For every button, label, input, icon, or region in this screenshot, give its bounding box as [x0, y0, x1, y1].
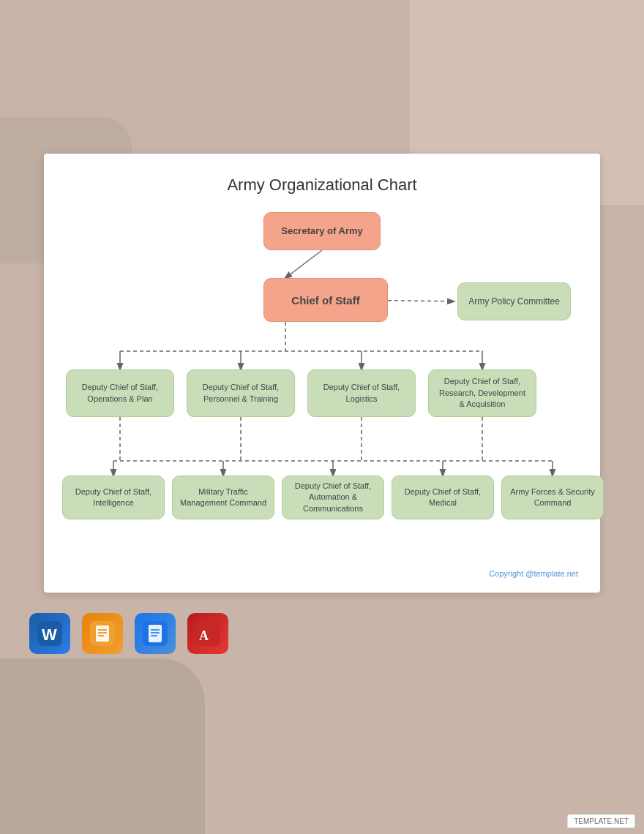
copyright: Copyright @template.net [59, 569, 585, 578]
node-intel: Deputy Chief of Staff, Intelligence [62, 476, 165, 519]
svg-line-0 [285, 250, 322, 278]
node-policy: Army Policy Committee [457, 282, 571, 320]
pages-icon[interactable] [82, 613, 123, 654]
node-forces: Army Forces & Security Command [501, 476, 604, 519]
footer-icons: W A [29, 613, 228, 654]
node-automation: Deputy Chief of Staff, Automation & Comm… [282, 476, 384, 519]
chart-title: Army Organizational Chart [59, 176, 585, 195]
docs-icon[interactable] [135, 613, 176, 654]
node-secretary: Secretary of Army [263, 212, 381, 250]
node-chief: Chief of Staff [263, 278, 388, 322]
node-research: Deputy Chief of Staff, Research, Develop… [428, 369, 536, 417]
node-ops: Deputy Chief of Staff, Operations & Plan [66, 369, 174, 417]
node-logistics: Deputy Chief of Staff, Logistics [307, 369, 416, 417]
node-medical: Deputy Chief of Staff, Medical [392, 476, 494, 519]
main-card: Army Organizational Chart [44, 154, 600, 593]
pdf-icon[interactable]: A [187, 613, 228, 654]
svg-text:W: W [42, 626, 57, 644]
org-chart: Secretary of Army Chief of Staff Army Po… [59, 212, 585, 563]
bg-decoration-bottom-left [0, 658, 205, 834]
node-traffic: Military Traffic Management Command [172, 476, 274, 519]
word-icon[interactable]: W [29, 613, 70, 654]
svg-text:A: A [199, 628, 209, 643]
template-net-badge: TEMPLATE.NET [567, 814, 635, 828]
svg-rect-21 [96, 626, 109, 642]
svg-rect-26 [149, 625, 162, 642]
node-personnel: Deputy Chief of Staff, Personnel & Train… [187, 369, 295, 417]
